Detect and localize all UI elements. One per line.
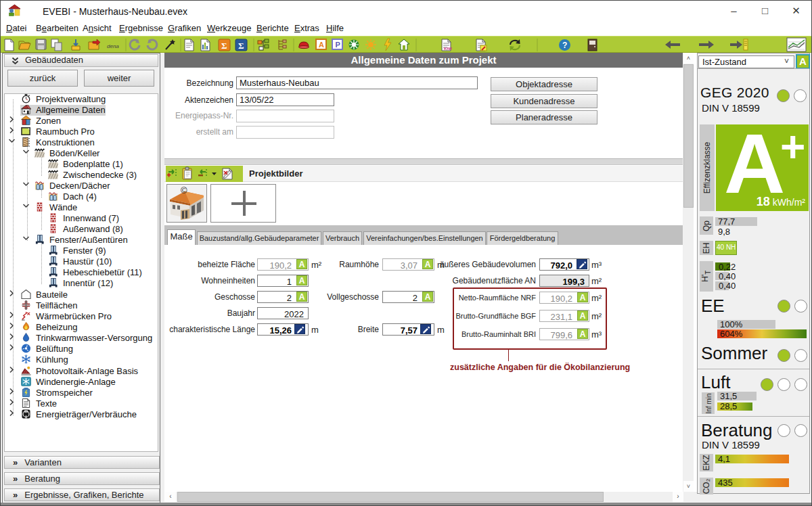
svg-text:Σ: Σ: [221, 41, 227, 51]
svg-text:A: A: [319, 41, 324, 49]
svg-text:?: ?: [562, 41, 567, 50]
svg-text:KfW: KfW: [444, 47, 452, 51]
svg-text:dena: dena: [107, 43, 119, 49]
svg-text:©: ©: [181, 185, 187, 196]
svg-text:Σ: Σ: [238, 41, 244, 51]
svg-text:P: P: [336, 41, 340, 49]
